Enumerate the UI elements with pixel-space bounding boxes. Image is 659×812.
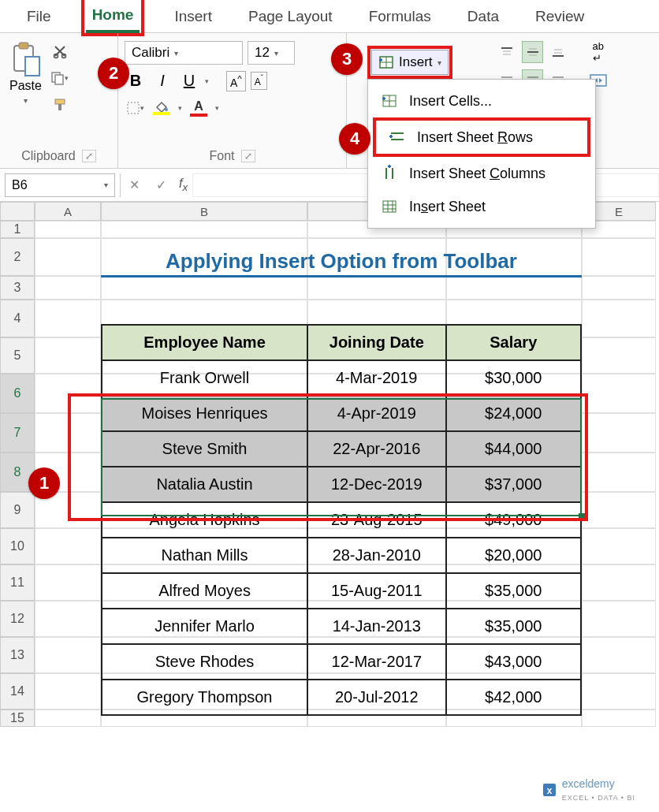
table-row[interactable]: Gregory Thompson20-Jul-2012$42,000 (102, 680, 581, 715)
table-cell[interactable]: Steve Rhodes (102, 644, 307, 680)
cell-B1[interactable] (101, 221, 307, 238)
table-row[interactable]: Moises Henriques4-Apr-2019$24,000 (102, 396, 581, 431)
format-painter-button[interactable] (50, 95, 70, 115)
row-header-7[interactable]: 7 (0, 413, 35, 453)
table-cell[interactable]: Steve Smith (102, 431, 307, 467)
table-cell[interactable]: 14-Jan-2013 (307, 609, 445, 644)
decrease-font-button[interactable]: Aˇ (251, 72, 267, 90)
table-cell[interactable]: Jennifer Marlo (102, 609, 307, 644)
tab-formulas[interactable]: Formulas (363, 2, 437, 32)
column-header-A[interactable]: A (35, 202, 101, 221)
align-bottom-button[interactable] (548, 41, 568, 63)
table-cell[interactable]: Moises Henriques (102, 396, 307, 431)
italic-button[interactable]: I (151, 72, 173, 90)
cell-E5[interactable] (582, 337, 656, 374)
cell-E9[interactable] (582, 492, 656, 528)
cancel-formula-button[interactable]: ✕ (121, 177, 147, 192)
table-cell[interactable]: 15-Aug-2011 (307, 573, 445, 609)
table-cell[interactable]: 22-Apr-2016 (307, 431, 445, 467)
insert-cells-button[interactable]: Insert ▾ (371, 50, 449, 75)
cell-B3[interactable] (101, 276, 307, 300)
cell-E7[interactable] (582, 413, 656, 453)
tab-review[interactable]: Review (529, 2, 590, 32)
table-cell[interactable]: Frank Orwell (102, 360, 307, 396)
cell-A6[interactable] (35, 374, 101, 413)
cell-E14[interactable] (582, 673, 656, 710)
font-name-combo[interactable]: Calibri▾ (125, 41, 243, 65)
cell-A13[interactable] (35, 637, 101, 673)
table-cell[interactable]: $20,000 (446, 538, 582, 573)
column-header-B[interactable]: B (101, 202, 307, 221)
select-all-corner[interactable] (0, 202, 35, 221)
cell-E15[interactable] (582, 710, 656, 727)
row-header-2[interactable]: 2 (0, 238, 35, 276)
cell-E4[interactable] (582, 300, 656, 337)
cell-E8[interactable] (582, 453, 656, 492)
cell-A15[interactable] (35, 710, 101, 727)
table-cell[interactable]: 28-Jan-2010 (307, 538, 445, 573)
row-header-14[interactable]: 14 (0, 673, 35, 710)
worksheet-grid[interactable]: ABCDE 123456789101112131415 Applying Ins… (0, 202, 659, 809)
row-header-4[interactable]: 4 (0, 300, 35, 337)
cell-A2[interactable] (35, 238, 101, 276)
tab-data[interactable]: Data (461, 2, 505, 32)
align-middle-button[interactable] (522, 41, 542, 63)
table-cell[interactable]: 4-Apr-2019 (307, 396, 445, 431)
cell-A10[interactable] (35, 528, 101, 564)
cell-E12[interactable] (582, 601, 656, 637)
menu-insert-sheet[interactable]: Insert Sheet (368, 190, 595, 223)
row-header-9[interactable]: 9 (0, 492, 35, 528)
fill-handle[interactable] (579, 513, 585, 520)
cut-button[interactable] (50, 41, 70, 61)
borders-button[interactable]: ▾ (125, 98, 145, 118)
fill-color-button[interactable] (150, 101, 173, 115)
row-header-1[interactable]: 1 (0, 221, 35, 238)
paste-button[interactable]: Paste ▾ (6, 38, 45, 115)
table-cell[interactable]: $35,000 (446, 573, 582, 609)
table-cell[interactable]: $43,000 (446, 644, 582, 680)
cell-E6[interactable] (582, 374, 656, 413)
table-cell[interactable]: $35,000 (446, 609, 582, 644)
tab-home[interactable]: Home (86, 0, 140, 33)
table-cell[interactable]: 23-Aug-2015 (307, 502, 445, 538)
table-cell[interactable]: $49,000 (446, 502, 582, 538)
enter-formula-button[interactable]: ✓ (147, 177, 174, 192)
row-header-10[interactable]: 10 (0, 528, 35, 564)
table-row[interactable]: Frank Orwell4-Mar-2019$30,000 (102, 360, 581, 396)
table-cell[interactable]: Gregory Thompson (102, 680, 307, 715)
cell-A11[interactable] (35, 564, 101, 601)
row-header-6[interactable]: 6 (0, 374, 35, 413)
cell-C3[interactable] (307, 276, 446, 300)
menu-insert-sheet-rows[interactable]: Insert Sheet Rows (373, 117, 590, 157)
table-row[interactable]: Jennifer Marlo14-Jan-2013$35,000 (102, 609, 581, 644)
font-size-combo[interactable]: 12▾ (248, 41, 295, 65)
table-cell[interactable]: 12-Dec-2019 (307, 467, 445, 502)
cell-A14[interactable] (35, 673, 101, 710)
cell-A5[interactable] (35, 337, 101, 374)
table-cell[interactable]: Angela Hopkins (102, 502, 307, 538)
cell-A4[interactable] (35, 300, 101, 337)
cell-A7[interactable] (35, 413, 101, 453)
font-color-button[interactable]: A (187, 99, 210, 117)
table-cell[interactable]: $30,000 (446, 360, 582, 396)
table-cell[interactable]: 20-Jul-2012 (307, 680, 445, 715)
cell-E10[interactable] (582, 528, 656, 564)
cell-D3[interactable] (446, 276, 582, 300)
cell-E11[interactable] (582, 564, 656, 601)
name-box[interactable]: B6▾ (5, 173, 115, 197)
row-header-5[interactable]: 5 (0, 337, 35, 374)
cell-E13[interactable] (582, 637, 656, 673)
cell-A3[interactable] (35, 276, 101, 300)
row-header-3[interactable]: 3 (0, 276, 35, 300)
table-cell[interactable]: $42,000 (446, 680, 582, 715)
table-row[interactable]: Angela Hopkins23-Aug-2015$49,000 (102, 502, 581, 538)
increase-font-button[interactable]: A^ (226, 71, 246, 91)
cell-A12[interactable] (35, 601, 101, 637)
underline-button[interactable]: U (178, 72, 200, 90)
table-row[interactable]: Alfred Moyes15-Aug-2011$35,000 (102, 573, 581, 609)
cell-E3[interactable] (582, 276, 656, 300)
row-header-11[interactable]: 11 (0, 564, 35, 601)
table-row[interactable]: Natalia Austin12-Dec-2019$37,000 (102, 467, 581, 502)
tab-page-layout[interactable]: Page Layout (242, 2, 339, 32)
table-cell[interactable]: 12-Mar-2017 (307, 644, 445, 680)
